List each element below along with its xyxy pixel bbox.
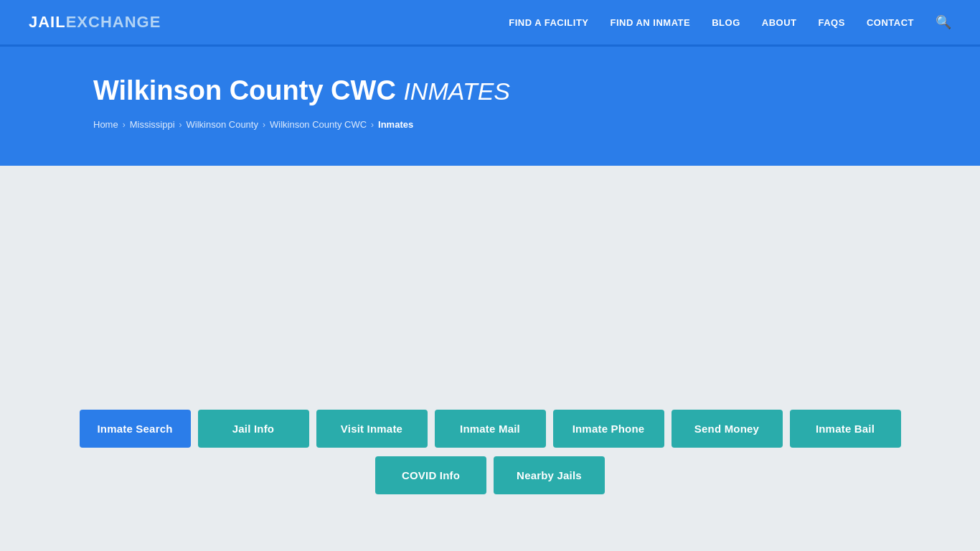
breadcrumb-current: Inmates — [378, 119, 413, 130]
send-money-button[interactable]: Send Money — [672, 410, 783, 448]
logo-jail: JAIL — [29, 13, 66, 32]
breadcrumb-wilkinson-county[interactable]: Wilkinson County — [187, 119, 258, 130]
breadcrumb-wilkinson-cwc[interactable]: Wilkinson County CWC — [270, 119, 367, 130]
main-content: Inmate Search Jail Info Visit Inmate Inm… — [0, 166, 980, 537]
nav-about[interactable]: ABOUT — [762, 17, 797, 28]
breadcrumb-sep-4: › — [371, 120, 374, 130]
breadcrumb-mississippi[interactable]: Mississippi — [130, 119, 175, 130]
nearby-jails-button[interactable]: Nearby Jails — [494, 456, 605, 494]
breadcrumb-sep-2: › — [179, 120, 182, 130]
site-logo[interactable]: JAILEXCHANGE — [29, 13, 161, 32]
page-title: Wilkinson County CWC INMATES — [93, 75, 887, 106]
buttons-row-1: Inmate Search Jail Info Visit Inmate Inm… — [80, 410, 901, 448]
nav-faqs[interactable]: FAQs — [819, 17, 845, 28]
breadcrumb-sep-1: › — [123, 120, 126, 130]
ad-area — [93, 209, 887, 381]
inmate-search-button[interactable]: Inmate Search — [80, 410, 191, 448]
visit-inmate-button[interactable]: Visit Inmate — [316, 410, 428, 448]
site-header: JAILEXCHANGE FIND A FACILITY FIND AN INM… — [0, 0, 980, 47]
covid-info-button[interactable]: COVID Info — [375, 456, 486, 494]
nav-contact[interactable]: CONTACT — [867, 17, 914, 28]
main-nav: FIND A FACILITY FIND AN INMATE BLOG ABOU… — [509, 14, 951, 30]
nav-blog[interactable]: BLOG — [712, 17, 740, 28]
inmate-mail-button[interactable]: Inmate Mail — [435, 410, 546, 448]
buttons-row-2: COVID Info Nearby Jails — [375, 456, 605, 494]
page-title-italic: INMATES — [403, 77, 510, 105]
breadcrumb-sep-3: › — [263, 120, 265, 130]
nav-find-inmate[interactable]: FIND AN INMATE — [611, 17, 691, 28]
nav-find-facility[interactable]: FIND A FACILITY — [509, 17, 588, 28]
hero-section: Wilkinson County CWC INMATES Home › Miss… — [0, 47, 980, 166]
inmate-bail-button[interactable]: Inmate Bail — [790, 410, 901, 448]
buttons-section: Inmate Search Jail Info Visit Inmate Inm… — [93, 410, 887, 494]
logo-exchange: EXCHANGE — [66, 13, 161, 32]
page-title-main: Wilkinson County CWC — [93, 75, 396, 105]
breadcrumb: Home › Mississippi › Wilkinson County › … — [93, 119, 887, 130]
search-icon[interactable]: 🔍 — [936, 14, 951, 30]
jail-info-button[interactable]: Jail Info — [198, 410, 309, 448]
breadcrumb-home[interactable]: Home — [93, 119, 118, 130]
inmate-phone-button[interactable]: Inmate Phone — [553, 410, 664, 448]
